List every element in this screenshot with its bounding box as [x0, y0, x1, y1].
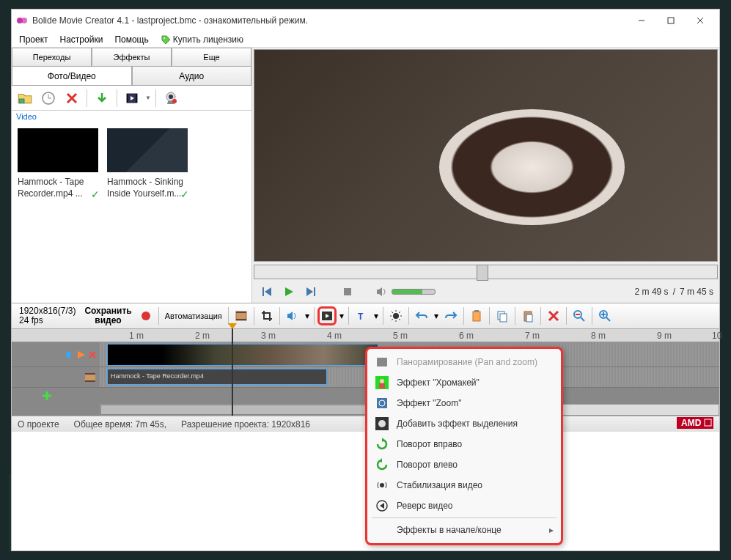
volume-slider[interactable]	[392, 289, 436, 295]
maximize-button[interactable]	[656, 10, 686, 31]
svg-marker-21	[265, 287, 271, 296]
delete-button[interactable]	[62, 88, 82, 108]
media-item[interactable]: Hammock - Tape Recorder.mp4 ...✓	[18, 128, 98, 199]
zoom-in-button[interactable]	[595, 306, 614, 325]
clock-button[interactable]	[38, 88, 59, 108]
svg-rect-29	[236, 319, 246, 320]
media-thumbnail	[18, 128, 98, 172]
delete-clip-button[interactable]	[544, 306, 563, 325]
svg-marker-22	[285, 287, 293, 296]
clipboard-button[interactable]	[467, 306, 486, 325]
rotate-left-icon	[375, 457, 389, 472]
zoom-icon	[375, 396, 389, 410]
tab-transitions[interactable]: Переходы	[12, 48, 92, 67]
zoom-out-button[interactable]	[570, 306, 589, 325]
undo-button[interactable]	[412, 306, 431, 325]
subtab-photo-video[interactable]: Фото/Видео	[12, 67, 132, 86]
svg-rect-47	[526, 314, 532, 322]
menu-rotate-right[interactable]: Поворот вправо	[367, 434, 561, 454]
svg-line-39	[399, 319, 400, 320]
dropdown-arrow[interactable]: ▾	[372, 311, 380, 321]
timeline-toolbar: 1920x816(7/3) 24 fps Сохранить видео Авт…	[12, 303, 719, 329]
playhead[interactable]	[232, 328, 233, 416]
menu-buy-license[interactable]: Купить лицензию	[156, 33, 248, 46]
timeline-ruler[interactable]: 1 m 2 m 3 m 4 m 5 m 6 m 7 m 8 m 9 m 10 m	[12, 329, 719, 342]
menu-chromakey[interactable]: Эффект "Хромакей"	[367, 372, 561, 393]
scrubber-handle[interactable]	[477, 265, 488, 281]
menu-pan-zoom[interactable]: Панорамирование (Pan and zoom)	[367, 352, 561, 372]
menu-settings[interactable]: Настройки	[56, 33, 108, 46]
svg-text:AMD: AMD	[681, 418, 702, 428]
mute-icon[interactable]	[65, 350, 75, 360]
preview-controls: 2 m 49 s / 7 m 45 s	[252, 281, 719, 303]
stop-button[interactable]	[339, 283, 356, 301]
svg-marker-23	[306, 287, 313, 296]
svg-point-1	[21, 18, 27, 23]
dropdown-arrow[interactable]: ▾	[338, 311, 345, 321]
menu-highlight-effect[interactable]: Добавить эффект выделения	[367, 413, 561, 434]
timeline-clip[interactable]: Hammock - Sinking Inside Yourself.mp4	[107, 344, 378, 366]
menu-begin-end-effects[interactable]: Эффекты в начале/конце ▸	[367, 520, 561, 540]
stabilize-icon	[375, 478, 389, 493]
tab-more[interactable]: Еще	[172, 48, 251, 67]
volume-icon[interactable]	[375, 285, 389, 298]
submenu-arrow-icon: ▸	[549, 525, 554, 535]
play-button[interactable]	[280, 283, 298, 301]
about-project[interactable]: О проекте	[18, 419, 59, 430]
highlight-icon	[375, 416, 389, 431]
media-list: Hammock - Tape Recorder.mp4 ...✓ Hammock…	[12, 122, 251, 303]
svg-rect-14	[127, 94, 128, 103]
brightness-button[interactable]	[386, 306, 405, 325]
svg-marker-82	[380, 503, 384, 509]
svg-marker-57	[228, 323, 237, 329]
redo-button[interactable]	[441, 306, 460, 325]
audio-button[interactable]	[283, 306, 302, 325]
webcam-button[interactable]	[161, 88, 181, 108]
automation-button[interactable]: Автоматизация	[162, 312, 225, 320]
current-time: 2 m 49 s	[635, 287, 669, 297]
dropdown-arrow[interactable]: ▾	[304, 311, 311, 321]
text-button[interactable]: T	[352, 306, 371, 325]
delete-track-icon[interactable]	[88, 350, 97, 359]
svg-point-6	[164, 37, 165, 39]
open-folder-button[interactable]	[15, 88, 35, 108]
save-video-button[interactable]: Сохранить видео	[81, 306, 134, 325]
media-item[interactable]: Hammock - Sinking Inside Yourself.m...✓	[107, 128, 188, 199]
tab-effects[interactable]: Эффекты	[92, 48, 172, 67]
video-effects-button[interactable]	[317, 306, 337, 325]
timeline-clip[interactable]: Hammock - Tape Recorder.mp4	[107, 369, 327, 385]
menu-zoom-effect[interactable]: Эффект "Zoom"	[367, 393, 561, 413]
subtab-audio[interactable]: Аудио	[132, 67, 252, 86]
svg-point-18	[169, 95, 173, 99]
menu-rotate-left[interactable]: Поворот влево	[367, 454, 561, 475]
next-frame-button[interactable]	[302, 283, 320, 301]
check-icon: ✓	[91, 188, 100, 201]
svg-rect-64	[85, 380, 95, 382]
svg-point-72	[380, 379, 384, 383]
menu-stabilize[interactable]: Стабилизация видео	[367, 475, 561, 495]
svg-rect-7	[19, 99, 24, 103]
paste-button[interactable]	[518, 306, 537, 325]
preview-video[interactable]	[254, 49, 718, 262]
rotate-right-icon	[375, 437, 389, 452]
prev-frame-button[interactable]	[258, 283, 276, 301]
minimize-button[interactable]	[627, 10, 656, 31]
film-button[interactable]	[122, 88, 142, 108]
menu-reverse[interactable]: Реверс видео	[367, 495, 561, 516]
timeline-resolution-info: 1920x816(7/3) 24 fps	[15, 306, 80, 325]
menu-help[interactable]: Помощь	[110, 33, 153, 46]
copy-button[interactable]	[493, 306, 512, 325]
crop-button[interactable]	[257, 306, 276, 325]
preview-scrubber[interactable]	[254, 265, 718, 279]
svg-rect-28	[236, 312, 246, 313]
lock-icon[interactable]	[76, 350, 87, 360]
record-button[interactable]	[136, 306, 155, 325]
check-icon: ✓	[180, 188, 189, 201]
download-button[interactable]	[92, 88, 112, 108]
amd-badge: AMD	[677, 417, 713, 431]
dropdown-arrow[interactable]: ▾	[433, 311, 440, 321]
menu-project[interactable]: Проект	[15, 33, 53, 46]
media-item-name: Hammock - Sinking Inside Yourself.m...✓	[107, 177, 188, 199]
svg-point-33	[393, 313, 399, 319]
close-button[interactable]	[686, 10, 715, 31]
